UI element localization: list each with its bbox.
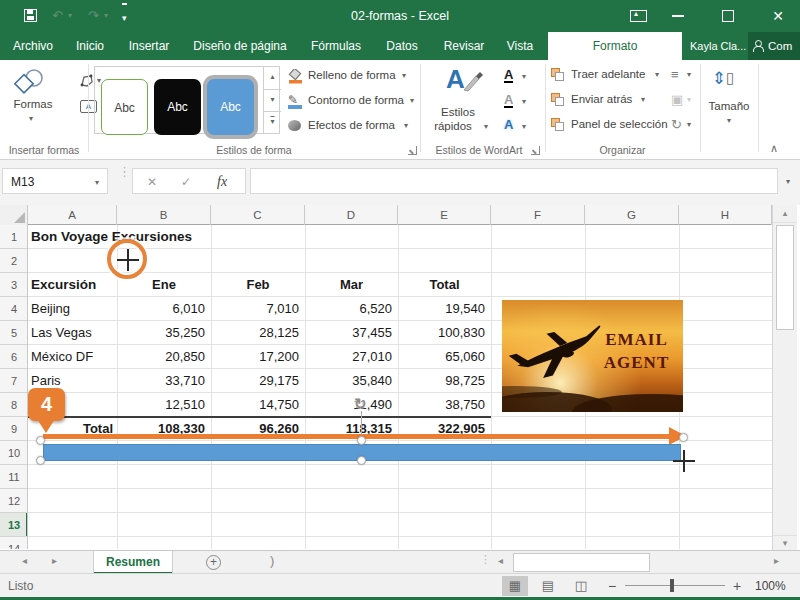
- zoom-in-button[interactable]: +: [733, 574, 741, 598]
- text-fill-dropdown-icon[interactable]: ▾: [522, 72, 526, 81]
- align-dropdown-icon[interactable]: ▾: [687, 70, 691, 79]
- cell[interactable]: Beijing: [31, 297, 116, 321]
- cell[interactable]: 65,060: [398, 345, 485, 369]
- text-effects-icon[interactable]: A: [504, 118, 513, 131]
- name-box[interactable]: M13 ▾: [2, 168, 108, 194]
- normal-view-button[interactable]: ▦: [502, 576, 528, 596]
- column-header-f[interactable]: F: [491, 205, 585, 225]
- tab-archivo[interactable]: Archivo: [8, 32, 58, 60]
- shapes-icon[interactable]: [14, 68, 48, 96]
- cell[interactable]: 33,710: [117, 369, 205, 393]
- shape-style-black[interactable]: Abc: [154, 79, 201, 135]
- insert-function-icon[interactable]: fx: [217, 169, 227, 195]
- formula-input[interactable]: [250, 168, 778, 194]
- page-layout-view-button[interactable]: ▤: [535, 576, 561, 596]
- gallery-up-icon[interactable]: ▴: [263, 67, 281, 89]
- scroll-down-icon[interactable]: ▾: [773, 535, 797, 551]
- maximize-icon[interactable]: [722, 10, 734, 22]
- tamano-dropdown-icon[interactable]: ▾: [727, 116, 731, 125]
- cell-a1-title[interactable]: Bon Voyage Excursiones: [31, 225, 331, 249]
- cell[interactable]: 38,750: [398, 393, 485, 417]
- collapse-ribbon-icon[interactable]: ∧: [770, 142, 778, 155]
- horizontal-scrollbar[interactable]: [512, 553, 770, 572]
- align-objects-icon[interactable]: ≡: [671, 68, 679, 81]
- tab-insertar[interactable]: Insertar: [122, 32, 176, 60]
- cell[interactable]: 12,510: [117, 393, 205, 417]
- cancel-entry-icon[interactable]: ✕: [147, 169, 157, 195]
- text-outline-icon[interactable]: A: [504, 93, 513, 108]
- tab-datos[interactable]: Datos: [380, 32, 424, 60]
- tab-vista[interactable]: Vista: [500, 32, 540, 60]
- hscroll-left-icon[interactable]: ◂: [498, 555, 503, 566]
- selection-handle-bottom-left[interactable]: [36, 456, 45, 465]
- tab-diseno[interactable]: Diseño de página: [188, 32, 292, 60]
- cell[interactable]: 17,200: [211, 345, 299, 369]
- row-header-10[interactable]: 10: [0, 441, 28, 465]
- column-header-d[interactable]: D: [305, 205, 398, 225]
- cell[interactable]: 29,175: [211, 369, 299, 393]
- selection-handle-top-middle[interactable]: [357, 436, 366, 445]
- zoom-level[interactable]: 100%: [755, 574, 786, 598]
- tab-inicio[interactable]: Inicio: [68, 32, 112, 60]
- name-box-dropdown-icon[interactable]: ▾: [95, 178, 99, 187]
- cell[interactable]: 20,850: [117, 345, 205, 369]
- cell-header-excursion[interactable]: Excursión: [31, 273, 116, 297]
- cell[interactable]: 27,010: [305, 345, 392, 369]
- row-header-5[interactable]: 5: [0, 321, 28, 345]
- cell[interactable]: 19,540: [398, 297, 485, 321]
- formas-button[interactable]: Formas: [0, 98, 66, 110]
- row-header-14[interactable]: 14: [0, 537, 28, 549]
- close-icon[interactable]: ✕: [764, 0, 792, 32]
- row-header-13-selected[interactable]: 13: [0, 513, 28, 537]
- column-header-h[interactable]: H: [679, 205, 772, 225]
- formula-bar-expand-icon[interactable]: ▾: [786, 177, 790, 186]
- wordart-quick-label-1[interactable]: Estilos: [420, 106, 496, 118]
- row-header-12[interactable]: 12: [0, 489, 28, 513]
- column-header-c[interactable]: C: [211, 205, 305, 225]
- tab-splitter-handle[interactable]: ⋮: [480, 553, 491, 566]
- shape-outline-button[interactable]: ✎ Contorno de forma ▾: [288, 93, 438, 115]
- cell[interactable]: México DF: [31, 345, 116, 369]
- tab-formato-active[interactable]: Formato: [548, 32, 682, 60]
- page-break-view-button[interactable]: ◫: [568, 576, 594, 596]
- wordart-dialog-launcher-icon[interactable]: [531, 146, 540, 155]
- column-header-b[interactable]: B: [117, 205, 211, 225]
- cell[interactable]: 35,840: [305, 369, 392, 393]
- row-header-8[interactable]: 8: [0, 393, 28, 417]
- cell-header-total[interactable]: Total: [398, 273, 491, 297]
- tab-formulas[interactable]: Fórmulas: [304, 32, 368, 60]
- cell[interactable]: 35,250: [117, 321, 205, 345]
- user-account[interactable]: Kayla Cla...: [690, 32, 746, 60]
- shape-style-green[interactable]: Abc: [101, 79, 148, 135]
- column-header-g[interactable]: G: [585, 205, 679, 225]
- row-header-9[interactable]: 9: [0, 417, 28, 441]
- shape-style-blue-selected[interactable]: Abc: [207, 79, 254, 135]
- scroll-up-icon[interactable]: ▴: [773, 205, 797, 223]
- shape-fill-button[interactable]: Relleno de forma ▾: [288, 68, 438, 90]
- share-button[interactable]: Com: [748, 32, 800, 60]
- gallery-down-icon[interactable]: ▾: [263, 89, 281, 111]
- tamano-button[interactable]: Tamaño: [700, 100, 758, 112]
- cell-header-mar[interactable]: Mar: [305, 273, 398, 297]
- email-agent-picture[interactable]: EMAIL AGENT: [502, 300, 683, 412]
- zoom-slider-track[interactable]: [625, 585, 725, 586]
- row-header-4[interactable]: 4: [0, 297, 28, 321]
- row-header-3[interactable]: 3: [0, 273, 28, 297]
- text-effects-dropdown-icon[interactable]: ▾: [522, 122, 526, 131]
- row-header-1[interactable]: 1: [0, 225, 28, 249]
- text-fill-icon[interactable]: A: [504, 68, 513, 83]
- shape-effects-button[interactable]: Efectos de forma ▾: [288, 118, 438, 140]
- cell-header-feb[interactable]: Feb: [211, 273, 305, 297]
- column-header-a[interactable]: A: [28, 205, 117, 225]
- cell[interactable]: 6,010: [117, 297, 205, 321]
- cell[interactable]: 11,490: [305, 393, 392, 417]
- rotate-handle-icon[interactable]: ↻: [354, 395, 367, 413]
- worksheet-cells[interactable]: Bon Voyage Excursiones Excursión Ene Feb…: [28, 225, 772, 549]
- zoom-out-button[interactable]: −: [608, 574, 616, 598]
- cell[interactable]: 37,455: [305, 321, 392, 345]
- row-header-6[interactable]: 6: [0, 345, 28, 369]
- cell[interactable]: 7,010: [211, 297, 299, 321]
- selection-handle-top-left[interactable]: [36, 436, 45, 445]
- text-outline-dropdown-icon[interactable]: ▾: [522, 97, 526, 106]
- ribbon-display-options-icon[interactable]: [630, 10, 647, 22]
